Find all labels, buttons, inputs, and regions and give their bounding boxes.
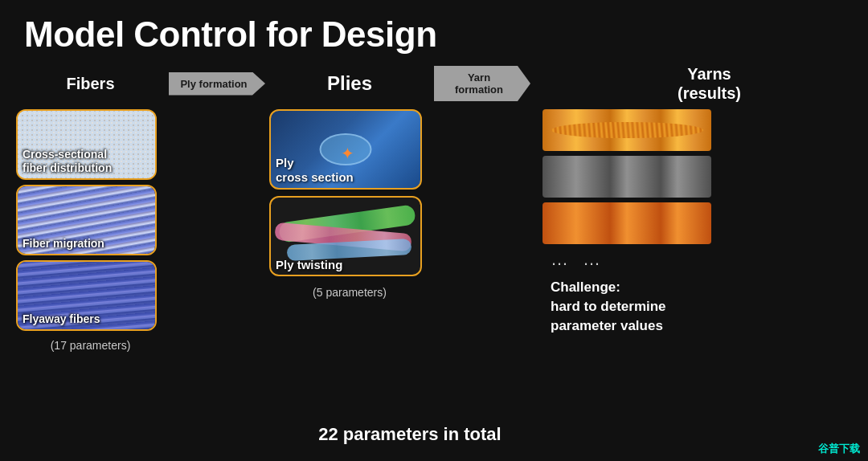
flow-plies-label: Plies <box>269 72 430 95</box>
card-fiber1: Cross-sectional fiber distribution <box>16 109 157 180</box>
flow-header: Fibers Ply formation Plies Yarn formatio… <box>0 64 868 103</box>
spacer1 <box>165 109 269 157</box>
fibers-params: (17 parameters) <box>16 339 165 352</box>
yarn-sample-gold <box>542 109 711 151</box>
flow-arrow2: Yarn formation <box>430 66 534 101</box>
card-ply1: ✦ Ply cross section <box>269 109 422 190</box>
fiber3-label: Flyaway fibers <box>18 309 105 329</box>
yarns-column: … … Challenge: hard to determine paramet… <box>534 109 852 335</box>
flow-fibers-label: Fibers <box>16 75 165 93</box>
fiber2-label: Fiber migration <box>18 234 109 254</box>
flow-arrow1: Ply formation <box>165 72 269 96</box>
plies-column: ✦ Ply cross section Ply twisting (5 para… <box>269 109 430 299</box>
watermark: 谷普下载 <box>818 442 860 456</box>
ply1-label: Ply cross section <box>276 156 354 185</box>
card-fiber3: Flyaway fibers <box>16 260 157 331</box>
card-fiber2: Fiber migration <box>16 185 157 255</box>
ply2-label: Ply twisting <box>276 258 342 271</box>
ply-formation-arrow: Ply formation <box>169 72 265 96</box>
content-row: Cross-sectional fiber distribution Fiber… <box>0 103 868 352</box>
challenge-text: Challenge: hard to determine parameter v… <box>542 278 852 335</box>
plies-params: (5 parameters) <box>269 286 430 299</box>
yarn-formation-arrow: Yarn formation <box>434 66 530 101</box>
fiber1-label: Cross-sectional fiber distribution <box>18 145 117 178</box>
yarn-sample-gray <box>542 156 711 198</box>
total-params: 22 parameters in total <box>289 424 530 445</box>
yarn-sample-orange <box>542 202 711 244</box>
yarns-label-text: Yarns (results) <box>678 65 741 102</box>
main-title: Model Control for Design <box>0 0 868 59</box>
card-ply2: Ply twisting <box>269 196 422 276</box>
flow-yarns-label: Yarns (results) <box>534 64 852 103</box>
fibers-column: Cross-sectional fiber distribution Fiber… <box>16 109 165 352</box>
yarns-ellipsis: … … <box>542 249 852 270</box>
